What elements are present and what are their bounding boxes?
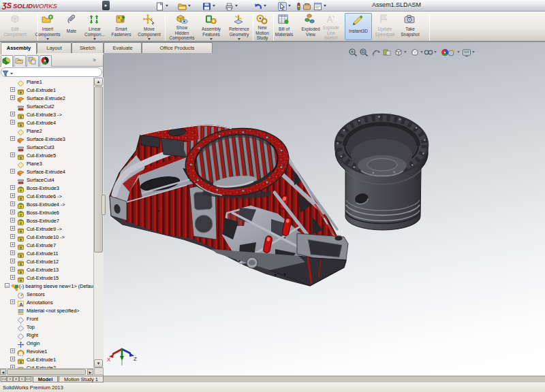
svg-text:SOLIDWORKS: SOLIDWORKS	[13, 2, 58, 10]
svg-text:Z: Z	[134, 356, 137, 362]
svg-text:ƷS: ƷS	[1, 1, 12, 10]
svg-text:X: X	[107, 357, 111, 363]
